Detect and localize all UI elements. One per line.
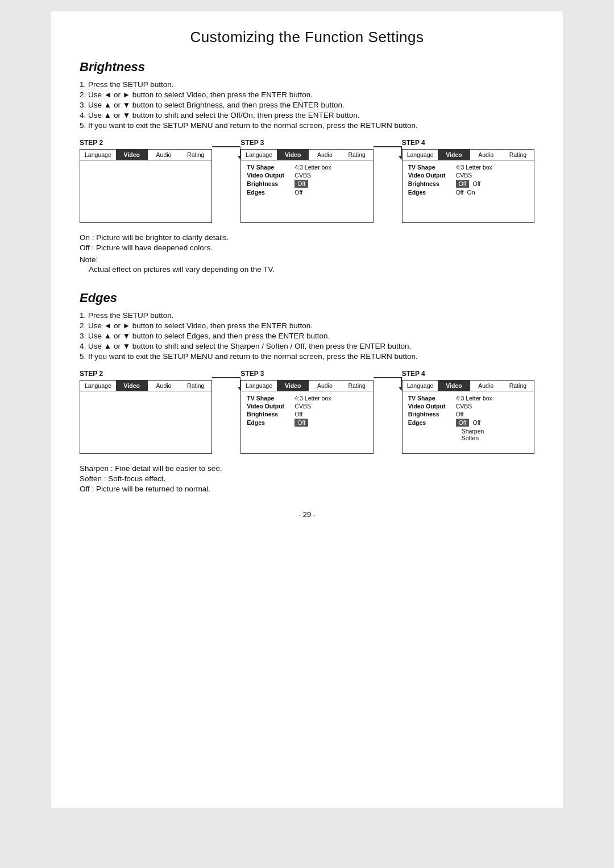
menu-row-edges: Edges Off (247, 189, 367, 196)
menu-row-videoout: Video Output CVBS (408, 172, 528, 179)
header-video: Video (438, 150, 470, 160)
desc-off: Off : Picture will have deepened colors. (80, 243, 534, 252)
menu-row-tvshape: TV Shape 4:3 Letter box (247, 395, 367, 402)
brightness-step3-menu: Language Video Audio Rating TV Shape 4:3… (240, 149, 373, 223)
menu-row-brightness: Brightness Off (247, 411, 367, 418)
menu-row-suboptions: Sharpen Soften (459, 428, 528, 441)
menu-row-edges: Edges Off On (408, 189, 528, 196)
header-video: Video (277, 381, 309, 391)
edges-steps: 1. Press the SETUP button. 2. Use ◄ or ►… (80, 311, 534, 361)
desc-off: Off : Picture will be returned to normal… (80, 485, 534, 493)
edges-step2-label: STEP 2 (80, 370, 212, 378)
menu-header: Language Video Audio Rating (403, 150, 534, 160)
edges-step2-block: STEP 2 Language Video Audio Rating (80, 370, 212, 454)
step2-menu-body (80, 160, 211, 167)
header-audio: Audio (309, 381, 341, 391)
brightness-step2-menu: Language Video Audio Rating (80, 149, 212, 223)
page: Customizing the Function Settings Bright… (51, 11, 563, 808)
menu-row-tvshape: TV Shape 4:3 Letter box (408, 395, 528, 402)
desc-soften: Soften : Soft-focus effect. (80, 474, 534, 483)
edges-desc: Sharpen : Fine detail will be easier to … (80, 464, 534, 493)
conn-h (374, 377, 402, 378)
header-rating: Rating (180, 150, 211, 160)
header-language: Language (403, 381, 438, 391)
desc-sharpen: Sharpen : Fine detail will be easier to … (80, 464, 534, 473)
edges-step4-label: STEP 4 (402, 370, 534, 378)
menu-header: Language Video Audio Rating (241, 150, 372, 160)
header-audio: Audio (148, 381, 180, 391)
step-item: 1. Press the SETUP button. (80, 311, 534, 320)
menu-header: Language Video Audio Rating (241, 381, 372, 391)
header-video: Video (438, 381, 470, 391)
edges-step4-block: STEP 4 Language Video Audio Rating TV Sh… (402, 370, 534, 454)
menu-row-videoout: Video Output CVBS (408, 403, 528, 410)
header-rating: Rating (341, 381, 372, 391)
step-item: 3. Use ▲ or ▼ button to select Brightnes… (80, 101, 534, 109)
edges-section: Edges 1. Press the SETUP button. 2. Use … (80, 291, 534, 493)
brightness-step4-block: STEP 4 Language Video Audio Rating TV Sh… (402, 139, 534, 223)
menu-header: Language Video Audio Rating (80, 150, 211, 160)
step-item: 1. Press the SETUP button. (80, 80, 534, 89)
edges-step3-menu: Language Video Audio Rating TV Shape 4:3… (240, 380, 373, 454)
brightness-note: Note: Actual effect on pictures will var… (80, 255, 534, 274)
menu-row-edges: Edges Off (247, 419, 367, 427)
step-item: 4. Use ▲ or ▼ button to shift and select… (80, 342, 534, 350)
step-item: 2. Use ◄ or ► button to select Video, th… (80, 321, 534, 330)
menu-row-tvshape: TV Shape 4:3 Letter box (247, 164, 367, 171)
menu-row-edges: Edges Off Off (408, 419, 528, 427)
header-rating: Rating (341, 150, 372, 160)
brightness-section: Brightness 1. Press the SETUP button. 2.… (80, 60, 534, 274)
step-item: 3. Use ▲ or ▼ button to select Edges, an… (80, 332, 534, 340)
brightness-step4-menu: Language Video Audio Rating TV Shape 4:3… (402, 149, 534, 223)
menu-row-brightness: Brightness Off (408, 411, 528, 418)
page-number: - 29 - (80, 510, 534, 519)
edges-step2-menu: Language Video Audio Rating (80, 380, 212, 454)
page-title: Customizing the Function Settings (80, 28, 534, 46)
step-item: 5. If you want to exit the SETUP MENU an… (80, 352, 534, 361)
step-item: 2. Use ◄ or ► button to select Video, th… (80, 90, 534, 99)
step-item: 5. If you want to exit the SETUP MENU an… (80, 121, 534, 130)
connector2 (374, 139, 402, 160)
header-audio: Audio (309, 150, 341, 160)
header-audio: Audio (470, 150, 502, 160)
header-rating: Rating (502, 381, 534, 391)
step3-menu-body: TV Shape 4:3 Letter box Video Output CVB… (241, 160, 372, 200)
header-language: Language (403, 150, 438, 160)
menu-row-videoout: Video Output CVBS (247, 403, 367, 410)
edges-diagram: STEP 2 Language Video Audio Rating (80, 370, 534, 454)
header-audio: Audio (470, 381, 502, 391)
header-video: Video (116, 150, 148, 160)
step4-menu-body: TV Shape 4:3 Letter box Video Output CVB… (403, 160, 534, 200)
menu-header: Language Video Audio Rating (80, 381, 211, 391)
brightness-step3-block: STEP 3 Language Video Audio Rating TV Sh… (240, 139, 373, 223)
header-language: Language (80, 150, 116, 160)
brightness-step3-label: STEP 3 (240, 139, 373, 147)
step2-menu-body (80, 391, 211, 398)
header-language: Language (241, 150, 277, 160)
menu-header: Language Video Audio Rating (403, 381, 534, 391)
brightness-diagram: STEP 2 Language Video Audio Rating (80, 139, 534, 223)
brightness-title: Brightness (80, 60, 534, 75)
edges-title: Edges (80, 291, 534, 305)
header-language: Language (241, 381, 277, 391)
step-item: 4. Use ▲ or ▼ button to shift and select… (80, 111, 534, 119)
menu-row-tvshape: TV Shape 4:3 Letter box (408, 164, 528, 171)
brightness-desc: On : Picture will be brighter to clarify… (80, 233, 534, 252)
edges-step4-menu: Language Video Audio Rating TV Shape 4:3… (402, 380, 534, 454)
connector1 (212, 139, 240, 160)
brightness-step2-block: STEP 2 Language Video Audio Rating (80, 139, 212, 223)
step4-menu-body: TV Shape 4:3 Letter box Video Output CVB… (403, 391, 534, 446)
header-audio: Audio (148, 150, 180, 160)
note-label: Note: (80, 255, 534, 264)
header-language: Language (80, 381, 116, 391)
note-text: Actual effect on pictures will vary depe… (89, 265, 534, 274)
desc-on: On : Picture will be brighter to clarify… (80, 233, 534, 242)
header-rating: Rating (180, 381, 211, 391)
menu-row-brightness: Brightness Off (247, 180, 367, 188)
edges-connector1 (212, 370, 240, 391)
conn-h (212, 377, 240, 378)
brightness-step2-label: STEP 2 (80, 139, 212, 147)
conn-h (212, 146, 240, 147)
header-video: Video (116, 381, 148, 391)
brightness-step4-label: STEP 4 (402, 139, 534, 147)
